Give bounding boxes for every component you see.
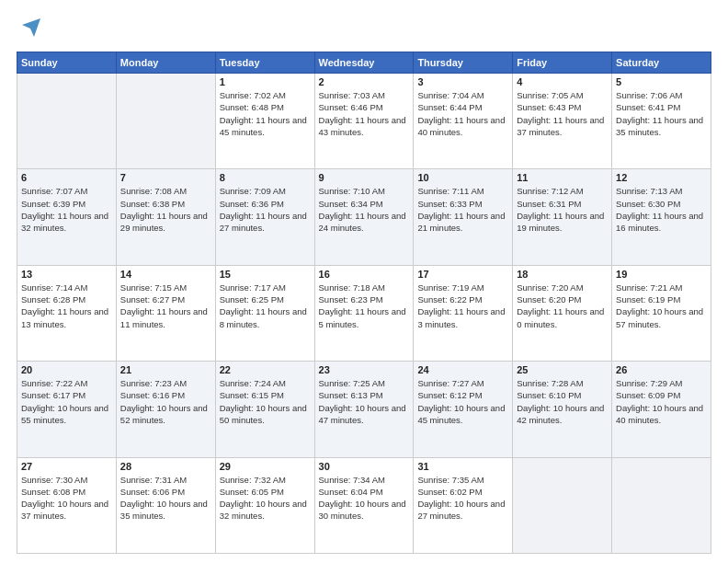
day-number: 16 xyxy=(319,269,410,280)
day-info: Sunrise: 7:20 AMSunset: 6:20 PMDaylight:… xyxy=(517,282,608,330)
day-number: 26 xyxy=(616,364,707,375)
day-info: Sunrise: 7:15 AMSunset: 6:27 PMDaylight:… xyxy=(120,282,211,330)
calendar-cell: 27Sunrise: 7:30 AMSunset: 6:08 PMDayligh… xyxy=(17,457,117,553)
calendar-cell: 19Sunrise: 7:21 AMSunset: 6:19 PMDayligh… xyxy=(612,265,711,361)
calendar-cell xyxy=(116,74,215,169)
calendar-cell: 22Sunrise: 7:24 AMSunset: 6:15 PMDayligh… xyxy=(215,362,314,457)
calendar-cell xyxy=(612,457,711,553)
calendar-cell: 10Sunrise: 7:11 AMSunset: 6:33 PMDayligh… xyxy=(414,169,513,265)
calendar-cell: 21Sunrise: 7:23 AMSunset: 6:16 PMDayligh… xyxy=(116,362,215,457)
day-number: 29 xyxy=(220,461,311,472)
day-number: 7 xyxy=(120,172,211,183)
logo xyxy=(17,17,42,42)
day-info: Sunrise: 7:27 AMSunset: 6:12 PMDaylight:… xyxy=(417,377,508,426)
day-info: Sunrise: 7:32 AMSunset: 6:05 PMDaylight:… xyxy=(220,474,311,523)
day-number: 28 xyxy=(120,461,211,472)
calendar-cell: 6Sunrise: 7:07 AMSunset: 6:39 PMDaylight… xyxy=(17,169,117,265)
day-info: Sunrise: 7:06 AMSunset: 6:41 PMDaylight:… xyxy=(616,89,707,138)
day-number: 13 xyxy=(21,269,112,280)
calendar-cell: 1Sunrise: 7:02 AMSunset: 6:48 PMDaylight… xyxy=(215,74,314,169)
day-number: 5 xyxy=(616,76,707,87)
day-info: Sunrise: 7:30 AMSunset: 6:08 PMDaylight:… xyxy=(21,474,112,523)
day-info: Sunrise: 7:10 AMSunset: 6:34 PMDaylight:… xyxy=(319,185,410,234)
day-info: Sunrise: 7:09 AMSunset: 6:36 PMDaylight:… xyxy=(220,185,311,234)
day-number: 21 xyxy=(120,364,211,375)
day-info: Sunrise: 7:12 AMSunset: 6:31 PMDaylight:… xyxy=(517,185,608,234)
header xyxy=(17,17,711,42)
calendar-cell: 31Sunrise: 7:35 AMSunset: 6:02 PMDayligh… xyxy=(414,457,513,553)
calendar-cell: 26Sunrise: 7:29 AMSunset: 6:09 PMDayligh… xyxy=(612,362,711,457)
weekday-header: Monday xyxy=(116,52,215,74)
day-number: 31 xyxy=(417,461,508,472)
calendar-cell: 12Sunrise: 7:13 AMSunset: 6:30 PMDayligh… xyxy=(612,169,711,265)
calendar-cell: 29Sunrise: 7:32 AMSunset: 6:05 PMDayligh… xyxy=(215,457,314,553)
day-info: Sunrise: 7:25 AMSunset: 6:13 PMDaylight:… xyxy=(319,377,410,426)
day-info: Sunrise: 7:28 AMSunset: 6:10 PMDaylight:… xyxy=(517,377,608,426)
day-info: Sunrise: 7:02 AMSunset: 6:48 PMDaylight:… xyxy=(220,89,311,138)
day-number: 27 xyxy=(21,461,112,472)
day-number: 20 xyxy=(21,364,112,375)
calendar-cell: 11Sunrise: 7:12 AMSunset: 6:31 PMDayligh… xyxy=(513,169,612,265)
day-info: Sunrise: 7:07 AMSunset: 6:39 PMDaylight:… xyxy=(21,185,112,234)
day-info: Sunrise: 7:24 AMSunset: 6:15 PMDaylight:… xyxy=(220,377,311,426)
calendar-cell: 28Sunrise: 7:31 AMSunset: 6:06 PMDayligh… xyxy=(116,457,215,553)
day-info: Sunrise: 7:29 AMSunset: 6:09 PMDaylight:… xyxy=(616,377,707,426)
day-info: Sunrise: 7:17 AMSunset: 6:25 PMDaylight:… xyxy=(220,282,311,330)
day-info: Sunrise: 7:22 AMSunset: 6:17 PMDaylight:… xyxy=(21,377,112,426)
day-number: 18 xyxy=(517,269,608,280)
day-info: Sunrise: 7:21 AMSunset: 6:19 PMDaylight:… xyxy=(616,282,707,330)
day-info: Sunrise: 7:14 AMSunset: 6:28 PMDaylight:… xyxy=(21,282,112,330)
day-number: 19 xyxy=(616,269,707,280)
calendar-table: SundayMondayTuesdayWednesdayThursdayFrid… xyxy=(17,52,711,554)
day-number: 6 xyxy=(21,172,112,183)
day-number: 22 xyxy=(220,364,311,375)
day-number: 15 xyxy=(220,269,311,280)
weekday-header: Tuesday xyxy=(215,52,314,74)
day-info: Sunrise: 7:08 AMSunset: 6:38 PMDaylight:… xyxy=(120,185,211,234)
calendar-cell: 30Sunrise: 7:34 AMSunset: 6:04 PMDayligh… xyxy=(314,457,414,553)
day-info: Sunrise: 7:35 AMSunset: 6:02 PMDaylight:… xyxy=(417,474,508,523)
day-number: 10 xyxy=(417,172,508,183)
day-number: 11 xyxy=(517,172,608,183)
weekday-header: Thursday xyxy=(414,52,513,74)
calendar-cell: 17Sunrise: 7:19 AMSunset: 6:22 PMDayligh… xyxy=(414,265,513,361)
weekday-header: Wednesday xyxy=(314,52,414,74)
day-info: Sunrise: 7:34 AMSunset: 6:04 PMDaylight:… xyxy=(319,474,410,523)
calendar-cell: 15Sunrise: 7:17 AMSunset: 6:25 PMDayligh… xyxy=(215,265,314,361)
calendar-cell: 5Sunrise: 7:06 AMSunset: 6:41 PMDaylight… xyxy=(612,74,711,169)
calendar-cell: 9Sunrise: 7:10 AMSunset: 6:34 PMDaylight… xyxy=(314,169,414,265)
day-info: Sunrise: 7:03 AMSunset: 6:46 PMDaylight:… xyxy=(319,89,410,138)
day-number: 1 xyxy=(220,76,311,87)
day-number: 24 xyxy=(417,364,508,375)
calendar-cell: 3Sunrise: 7:04 AMSunset: 6:44 PMDaylight… xyxy=(414,74,513,169)
day-number: 2 xyxy=(319,76,410,87)
day-number: 23 xyxy=(319,364,410,375)
calendar-cell: 18Sunrise: 7:20 AMSunset: 6:20 PMDayligh… xyxy=(513,265,612,361)
calendar-cell: 24Sunrise: 7:27 AMSunset: 6:12 PMDayligh… xyxy=(414,362,513,457)
day-number: 12 xyxy=(616,172,707,183)
day-number: 4 xyxy=(517,76,608,87)
day-info: Sunrise: 7:04 AMSunset: 6:44 PMDaylight:… xyxy=(417,89,508,138)
weekday-header: Saturday xyxy=(612,52,711,74)
day-number: 3 xyxy=(417,76,508,87)
calendar-cell: 8Sunrise: 7:09 AMSunset: 6:36 PMDaylight… xyxy=(215,169,314,265)
day-info: Sunrise: 7:18 AMSunset: 6:23 PMDaylight:… xyxy=(319,282,410,330)
calendar-cell: 20Sunrise: 7:22 AMSunset: 6:17 PMDayligh… xyxy=(17,362,117,457)
page: SundayMondayTuesdayWednesdayThursdayFrid… xyxy=(0,0,728,563)
calendar-cell: 14Sunrise: 7:15 AMSunset: 6:27 PMDayligh… xyxy=(116,265,215,361)
calendar-cell: 2Sunrise: 7:03 AMSunset: 6:46 PMDaylight… xyxy=(314,74,414,169)
day-number: 17 xyxy=(417,269,508,280)
logo-bird-icon xyxy=(20,17,42,42)
calendar-cell: 7Sunrise: 7:08 AMSunset: 6:38 PMDaylight… xyxy=(116,169,215,265)
day-info: Sunrise: 7:23 AMSunset: 6:16 PMDaylight:… xyxy=(120,377,211,426)
day-number: 9 xyxy=(319,172,410,183)
calendar-cell: 25Sunrise: 7:28 AMSunset: 6:10 PMDayligh… xyxy=(513,362,612,457)
day-number: 25 xyxy=(517,364,608,375)
day-info: Sunrise: 7:19 AMSunset: 6:22 PMDaylight:… xyxy=(417,282,508,330)
weekday-header: Friday xyxy=(513,52,612,74)
day-number: 30 xyxy=(319,461,410,472)
calendar-cell xyxy=(17,74,117,169)
day-info: Sunrise: 7:31 AMSunset: 6:06 PMDaylight:… xyxy=(120,474,211,523)
calendar-cell: 4Sunrise: 7:05 AMSunset: 6:43 PMDaylight… xyxy=(513,74,612,169)
day-info: Sunrise: 7:11 AMSunset: 6:33 PMDaylight:… xyxy=(417,185,508,234)
